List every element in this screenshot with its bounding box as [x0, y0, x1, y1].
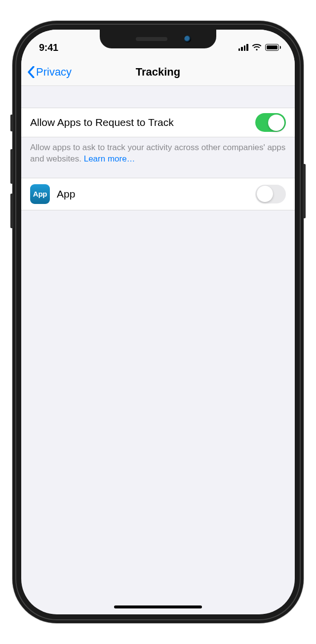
app-tracking-toggle[interactable]: [255, 185, 286, 203]
cellular-signal-icon: [238, 44, 248, 51]
volume-down-btn: [10, 194, 13, 228]
wifi-icon: [252, 44, 262, 51]
allow-tracking-description: Allow apps to ask to track your activity…: [21, 137, 295, 178]
app-icon: App: [30, 184, 50, 204]
description-text: Allow apps to ask to track your activity…: [30, 143, 285, 163]
power-btn: [303, 164, 306, 218]
battery-icon: [265, 44, 281, 51]
content: Allow Apps to Request to Track Allow app…: [21, 86, 295, 210]
screen: 9:41: [21, 30, 295, 614]
mute-switch: [10, 115, 13, 131]
app-tracking-row: App App: [21, 178, 295, 210]
status-time: 9:41: [39, 42, 58, 53]
nav-header: Privacy Tracking: [21, 58, 295, 86]
back-label: Privacy: [36, 66, 72, 79]
status-icons: [238, 44, 281, 51]
allow-tracking-toggle[interactable]: [255, 113, 286, 132]
back-button[interactable]: Privacy: [27, 66, 72, 79]
home-indicator[interactable]: [114, 605, 202, 608]
speaker-grille: [136, 37, 167, 41]
phone-frame: 9:41: [12, 21, 304, 623]
volume-up-btn: [10, 149, 13, 184]
allow-tracking-row: Allow Apps to Request to Track: [21, 108, 295, 137]
app-name-label: App: [57, 188, 248, 200]
front-camera: [184, 36, 191, 42]
learn-more-link[interactable]: Learn more…: [84, 154, 135, 163]
chevron-left-icon: [27, 66, 35, 78]
allow-tracking-label: Allow Apps to Request to Track: [30, 117, 174, 128]
notch: [100, 30, 216, 48]
